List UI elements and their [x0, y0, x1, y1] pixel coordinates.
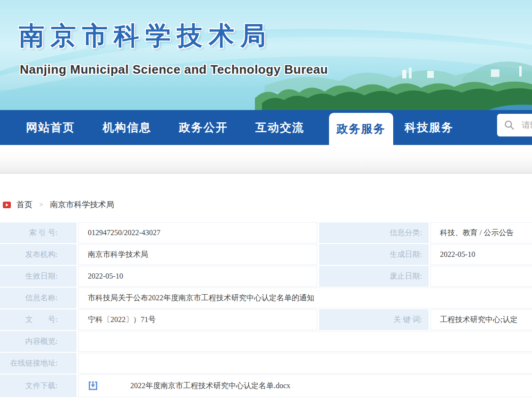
info-title-label: 信息名称: — [0, 288, 76, 308]
info-category-label: 信息分类: — [319, 222, 429, 243]
breadcrumb: 首页 > 南京市科学技术局 — [3, 199, 532, 210]
table-row: 在线链接地址: — [0, 353, 532, 374]
info-category-value: 科技、教育 / 公示公告 — [431, 222, 532, 243]
nav-sub-band — [0, 145, 532, 174]
search-icon — [504, 119, 515, 131]
effective-date-value: 2022-05-10 — [78, 266, 317, 287]
nav-item-gov-open[interactable]: 政务公开 — [179, 110, 228, 145]
search-box[interactable] — [497, 114, 532, 136]
table-row: 信息名称: 市科技局关于公布2022年度南京市工程技术研究中心认定名单的通知 — [0, 288, 532, 308]
doc-number-label: 文 号: — [0, 309, 76, 330]
page: 南京市科学技术局 Nanjing Municipal Science and T… — [0, 0, 532, 399]
created-date-label: 生成日期: — [319, 244, 429, 265]
keywords-label: 关 键 词: — [319, 309, 429, 330]
breadcrumb-play-badge-icon — [3, 202, 11, 208]
index-number-value: 012947250/2022-43027 — [78, 222, 317, 243]
keywords-value: 工程技术研究中心;认定 — [431, 309, 532, 330]
publisher-label: 发布机构: — [0, 244, 76, 265]
site-title: 南京市科学技术局 — [19, 19, 272, 53]
nav-item-interaction[interactable]: 互动交流 — [255, 110, 304, 145]
doc-number-value: 宁科〔2022〕）71号 — [78, 309, 317, 330]
effective-date-label: 生效日期: — [0, 266, 76, 287]
breadcrumb-current: 南京市科学技术局 — [50, 199, 114, 210]
expiry-date-label: 废止日期: — [319, 266, 429, 287]
breadcrumb-separator: > — [39, 201, 43, 209]
nav-item-home[interactable]: 网站首页 — [26, 110, 75, 145]
breadcrumb-home-link[interactable]: 首页 — [17, 199, 33, 210]
table-row: 索 引 号: 012947250/2022-43027 信息分类: 科技、教育 … — [0, 222, 532, 243]
download-icon[interactable] — [88, 381, 98, 391]
download-file-link[interactable]: 2022年度南京市工程技术研究中心认定名单.docx — [130, 381, 290, 391]
nav-item-org-info[interactable]: 机构信息 — [102, 110, 152, 145]
table-row: 内容概览: — [0, 331, 532, 352]
nav-item-tech-service[interactable]: 科技服务 — [405, 110, 454, 145]
file-download-label: 文件下载: — [0, 374, 76, 397]
created-date-value: 2022-05-10 — [431, 244, 532, 265]
publisher-value: 南京市科学技术局 — [78, 244, 317, 265]
online-link-value — [78, 353, 532, 374]
summary-value — [78, 331, 532, 352]
nav-item-gov-service-active[interactable]: 政务服务 — [329, 113, 393, 145]
document-info-table: 索 引 号: 012947250/2022-43027 信息分类: 科技、教育 … — [0, 221, 532, 398]
search-input[interactable] — [521, 120, 532, 131]
site-subtitle-en: Nanjing Municipal Science and Technology… — [20, 62, 328, 77]
header-banner: 南京市科学技术局 Nanjing Municipal Science and T… — [0, 0, 532, 110]
table-row: 文件下载: 2022年度南京市工程技术研究中心认定名单.docx — [0, 374, 532, 397]
file-download-cell: 2022年度南京市工程技术研究中心认定名单.docx — [78, 374, 532, 397]
index-number-label: 索 引 号: — [0, 222, 76, 243]
table-row: 发布机构: 南京市科学技术局 生成日期: 2022-05-10 — [0, 244, 532, 265]
expiry-date-value — [431, 266, 532, 287]
summary-label: 内容概览: — [0, 331, 76, 352]
table-row: 生效日期: 2022-05-10 废止日期: — [0, 266, 532, 287]
main-nav: 网站首页 机构信息 政务公开 互动交流 政务服务 科技服务 — [0, 110, 532, 145]
online-link-label: 在线链接地址: — [0, 353, 76, 374]
info-title-value: 市科技局关于公布2022年度南京市工程技术研究中心认定名单的通知 — [78, 288, 532, 308]
table-row: 文 号: 宁科〔2022〕）71号 关 键 词: 工程技术研究中心;认定 — [0, 309, 532, 330]
banner-scenery-image — [0, 0, 532, 110]
